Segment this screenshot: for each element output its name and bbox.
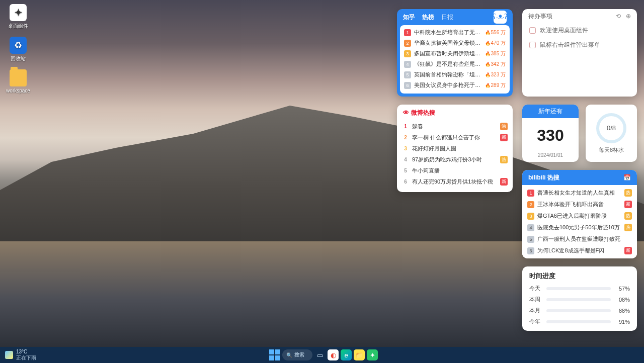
- item-title: 《狂飙》是不是有些烂尾了？: [414, 60, 483, 68]
- rank-badge: 6: [527, 247, 534, 254]
- rank-number: 2: [402, 135, 409, 140]
- progress-label: 本周: [529, 296, 542, 303]
- desktop-icon-workspace[interactable]: workspace: [4, 69, 32, 94]
- tag-badge: 新: [500, 134, 508, 141]
- checkbox[interactable]: [529, 42, 536, 48]
- progress-row: 今天57%: [529, 285, 630, 292]
- app-icon: ✦: [10, 4, 27, 21]
- weibo-list: 1躲春沸2李一桐 什么都逃只会害了你新3花好灯好月圆人圆497岁奶奶为吃炸鸡打扮…: [397, 121, 513, 190]
- progress-pct: 08%: [615, 297, 630, 303]
- item-heat: 470 万: [485, 40, 506, 47]
- todo-item[interactable]: 鼠标右击组件弹出菜单: [522, 38, 637, 52]
- taskbar[interactable]: 13°C 正在下雨 🔍 搜索 ▭ ◐ e 📁 ✦: [0, 347, 644, 363]
- rank-number: 4: [402, 157, 409, 162]
- rank-badge: 3: [527, 213, 534, 220]
- history-icon[interactable]: ⟲: [616, 13, 621, 20]
- progress-bar: [546, 309, 611, 312]
- water-label: 每天8杯水: [599, 146, 624, 154]
- calendar-icon[interactable]: 📅: [623, 174, 631, 181]
- todo-text: 欢迎使用桌面组件: [540, 26, 588, 35]
- item-title: 美国女议员身中多枪死于家门口，留…: [414, 81, 483, 89]
- todo-item[interactable]: 欢迎使用桌面组件: [522, 23, 637, 38]
- weibo-item[interactable]: 1躲春沸: [402, 121, 508, 132]
- water-widget[interactable]: 0/8 每天8杯水: [586, 105, 637, 162]
- weibo-item[interactable]: 497岁奶奶为吃炸鸡打扮3小时热: [402, 154, 508, 165]
- weather-desc: 正在下雨: [16, 354, 36, 361]
- zhihu-list: 1中科院水生所培育出了无刺鲫鱼，80…556 万2华裔女孩被美国养父母锁地牢奴役…: [400, 25, 510, 94]
- zhihu-item[interactable]: 2华裔女孩被美国养父母锁地牢奴役十…470 万: [403, 38, 507, 48]
- bilibili-header: bilibili 热搜 📅: [522, 170, 637, 185]
- countdown-days: 330: [537, 118, 564, 152]
- recycle-bin-icon: ♻: [10, 37, 27, 54]
- zhihu-brand: 知乎: [403, 13, 415, 22]
- bilibili-item[interactable]: 3爆GTA6已进入后期打磨阶段热: [527, 210, 632, 222]
- bilibili-brand: bilibili: [528, 174, 546, 181]
- zhihu-widget[interactable]: 知乎 热榜 日报 ʕ·ᴥ·ʔ 1中科院水生所培育出了无刺鲫鱼，80…556 万2…: [397, 9, 513, 97]
- rank-badge: 3: [404, 50, 411, 57]
- weibo-item[interactable]: 5牛小莉直播: [402, 165, 508, 176]
- desktop-icon-widget-app[interactable]: ✦ 桌面组件: [4, 4, 32, 30]
- taskbar-app-chrome[interactable]: ◐: [328, 349, 339, 360]
- progress-label: 今天: [529, 285, 542, 292]
- rank-number: 3: [402, 146, 409, 151]
- tag-badge: 新: [500, 178, 508, 186]
- weibo-item[interactable]: 6有人还完90万房贷月供1块抵个税新: [402, 176, 508, 187]
- progress-bar: [546, 298, 611, 301]
- bilibili-item[interactable]: 1普通长相女生才知道的人生真相热: [527, 187, 632, 199]
- weibo-item[interactable]: 2李一桐 什么都逃只会害了你新: [402, 132, 508, 143]
- countdown-date: 2024/01/01: [538, 152, 563, 162]
- taskbar-app-widget[interactable]: ✦: [367, 349, 378, 360]
- folder-icon: [10, 69, 27, 86]
- countdown-widget[interactable]: 新年还有 330 2024/01/01: [522, 105, 579, 162]
- tag-badge: 热: [500, 156, 508, 163]
- weather-icon: [5, 351, 13, 359]
- zhihu-item[interactable]: 5英国前首相约翰逊称「坦克巡逻自己…323 万: [403, 69, 507, 80]
- todo-list: 欢迎使用桌面组件鼠标右击组件弹出菜单: [522, 23, 637, 52]
- weibo-widget[interactable]: 👁 微博热搜 1躲春沸2李一桐 什么都逃只会害了你新3花好灯好月圆人圆497岁奶…: [397, 105, 513, 192]
- bilibili-item[interactable]: 6为何LCK近8成选手都是F闪新: [527, 245, 632, 256]
- time-progress-widget[interactable]: 时间进度 今天57%本周08%本月88%今年91%: [522, 266, 637, 331]
- item-title: 躲春: [412, 123, 498, 130]
- weibo-item[interactable]: 3花好灯好月圆人圆: [402, 143, 508, 154]
- taskbar-app-edge[interactable]: e: [341, 349, 352, 360]
- bilibili-item[interactable]: 5广西一服刑人员在监狱遭殴打致死: [527, 233, 632, 245]
- item-title: 牛小莉直播: [412, 167, 508, 174]
- add-icon[interactable]: ⊕: [626, 13, 631, 20]
- rank-number: 6: [402, 179, 409, 185]
- bilibili-item[interactable]: 4医院免去100元男子50年后还10万热: [527, 222, 632, 233]
- taskbar-search[interactable]: 🔍 搜索: [282, 349, 312, 360]
- taskbar-app-folder[interactable]: 📁: [354, 349, 365, 360]
- tab-daily[interactable]: 日报: [441, 13, 453, 22]
- bilibili-widget[interactable]: bilibili 热搜 📅 1普通长相女生才知道的人生真相热2王冰冰体验开飞机吓…: [522, 170, 637, 258]
- item-title: 广西一服刑人员在监狱遭殴打致死: [537, 235, 632, 243]
- time-progress-rows: 今天57%本周08%本月88%今年91%: [529, 285, 630, 325]
- checkbox[interactable]: [529, 27, 536, 34]
- zhihu-item[interactable]: 6美国女议员身中多枪死于家门口，留…289 万: [403, 80, 507, 90]
- todo-widget[interactable]: 待办事项 ⟲ ⊕ 欢迎使用桌面组件鼠标右击组件弹出菜单: [522, 9, 637, 97]
- progress-label: 本月: [529, 307, 542, 314]
- zhihu-item[interactable]: 3多国宣布暂时关闭伊斯坦布尔领事馆…385 万: [403, 48, 507, 59]
- tag-badge: 新: [624, 201, 632, 208]
- progress-row: 本月88%: [529, 307, 630, 314]
- tab-hot[interactable]: 热榜: [422, 13, 434, 22]
- taskbar-task-view[interactable]: ▭: [314, 349, 326, 360]
- item-title: 有人还完90万房贷月供1块抵个税: [412, 178, 498, 186]
- item-title: 为何LCK近8成选手都是F闪: [537, 247, 622, 254]
- item-title: 李一桐 什么都逃只会害了你: [412, 134, 498, 141]
- start-button[interactable]: [269, 349, 280, 360]
- zhihu-item[interactable]: 4《狂飙》是不是有些烂尾了？342 万: [403, 59, 507, 69]
- rank-number: 5: [402, 168, 409, 173]
- tag-badge: 沸: [500, 123, 508, 130]
- progress-bar: [546, 287, 611, 290]
- rank-badge: 5: [404, 71, 411, 78]
- weibo-logo-icon: 👁: [403, 109, 409, 116]
- taskbar-weather[interactable]: 13°C 正在下雨: [5, 349, 36, 361]
- todo-text: 鼠标右击组件弹出菜单: [540, 41, 600, 49]
- rank-badge: 1: [527, 190, 534, 197]
- desktop-icon-recycle-bin[interactable]: ♻ 回收站: [4, 37, 32, 62]
- rank-badge: 2: [404, 40, 411, 47]
- item-title: 多国宣布暂时关闭伊斯坦布尔领事馆…: [414, 50, 483, 57]
- zhihu-item[interactable]: 1中科院水生所培育出了无刺鲫鱼，80…556 万: [403, 27, 507, 38]
- item-title: 医院免去100元男子50年后还10万: [537, 224, 622, 231]
- bilibili-item[interactable]: 2王冰冰体验开飞机吓出高音新: [527, 199, 632, 210]
